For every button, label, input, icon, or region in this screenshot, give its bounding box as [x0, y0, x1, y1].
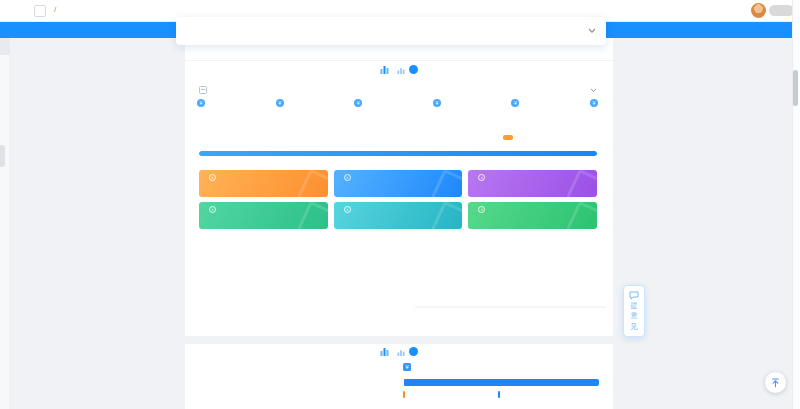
calendar-icon	[199, 86, 207, 94]
cost-card-expense[interactable]: ›	[199, 202, 328, 229]
bar-chart-icon	[380, 65, 389, 74]
cost-section-header	[185, 65, 613, 74]
sidebar-corner	[0, 38, 10, 55]
stat-item: ¥	[433, 99, 444, 113]
breadcrumb: /	[54, 5, 56, 14]
sidebar-handle[interactable]	[0, 145, 5, 167]
arrow-right-icon: ›	[209, 174, 216, 181]
income-summary: ¥	[403, 363, 599, 400]
app-screen: /	[0, 0, 800, 409]
analysis-tabbar	[176, 17, 606, 45]
cost-card-labor[interactable]: ›	[199, 170, 328, 197]
user-avatar[interactable]	[751, 3, 766, 18]
monthly-chart-wrap	[377, 247, 607, 323]
scrollbar-track	[792, 0, 800, 409]
feedback-char: 见	[630, 322, 638, 331]
cost-card-material[interactable]: ›	[334, 170, 463, 197]
monthly-chart	[377, 247, 607, 323]
back-to-top-button[interactable]	[765, 372, 786, 393]
collapsed-sidebar	[0, 38, 9, 409]
budget-bar-labels	[199, 159, 597, 166]
user-menu-pill[interactable]	[769, 5, 794, 16]
budget-progress-bar	[199, 151, 597, 156]
feedback-button[interactable]: 提 意 见	[623, 285, 645, 337]
chevron-down-icon	[590, 88, 597, 93]
chat-bubble-icon	[629, 291, 639, 300]
back-button[interactable]	[34, 5, 46, 17]
money-icon: ¥	[354, 99, 362, 107]
arrow-right-icon: ›	[209, 206, 216, 213]
budget-progress-fill	[199, 151, 597, 156]
cost-card-equipment[interactable]: ›	[468, 170, 597, 197]
help-icon[interactable]	[409, 65, 418, 74]
feedback-char: 意	[630, 311, 638, 320]
arrow-right-icon: ›	[478, 174, 485, 181]
money-icon: ¥	[197, 99, 205, 107]
income-item-contract	[403, 391, 498, 400]
donut-chart	[231, 260, 293, 322]
bar-chart-icon	[380, 347, 389, 356]
trend-icon	[397, 348, 405, 356]
stat-item: ¥	[590, 99, 601, 113]
legend-tick	[403, 391, 405, 398]
period-row	[199, 86, 597, 94]
arrow-up-icon	[770, 377, 781, 388]
content-card: ¥ ¥ ¥ ¥ ¥ ¥	[185, 38, 613, 409]
divider	[185, 60, 613, 61]
cost-budget-badge	[503, 135, 513, 140]
money-icon: ¥	[433, 99, 441, 107]
income-bar-register	[404, 379, 599, 386]
stat-item: ¥	[197, 99, 208, 113]
cost-stats-row: ¥ ¥ ¥ ¥ ¥ ¥	[197, 99, 601, 113]
arrow-right-icon: ›	[478, 206, 485, 213]
money-icon: ¥	[403, 363, 411, 371]
income-stacked-bar	[403, 379, 599, 386]
income-section-header	[185, 347, 613, 356]
stat-item: ¥	[511, 99, 522, 113]
scrollbar-thumb[interactable]	[793, 70, 798, 106]
feedback-char: 提	[630, 301, 638, 310]
legend-tick	[498, 391, 500, 398]
money-icon: ¥	[276, 99, 284, 107]
chevron-down-icon[interactable]	[588, 28, 596, 34]
stat-item: ¥	[276, 99, 287, 113]
section-gap	[185, 336, 613, 344]
income-item-register	[498, 391, 593, 400]
breadcrumb-separator: /	[54, 5, 56, 14]
trend-icon	[397, 66, 405, 74]
help-icon[interactable]	[409, 347, 418, 356]
cost-card-subcontract[interactable]: ›	[334, 202, 463, 229]
stat-item: ¥	[354, 99, 365, 113]
period-label	[199, 86, 210, 94]
money-icon: ¥	[511, 99, 519, 107]
money-icon: ¥	[590, 99, 598, 107]
cost-cards-grid: › › › › › ›	[199, 170, 597, 229]
arrow-right-icon: ›	[344, 174, 351, 181]
date-filter-dropdown[interactable]	[587, 88, 597, 93]
cost-card-other[interactable]: ›	[468, 202, 597, 229]
arrow-right-icon: ›	[344, 206, 351, 213]
